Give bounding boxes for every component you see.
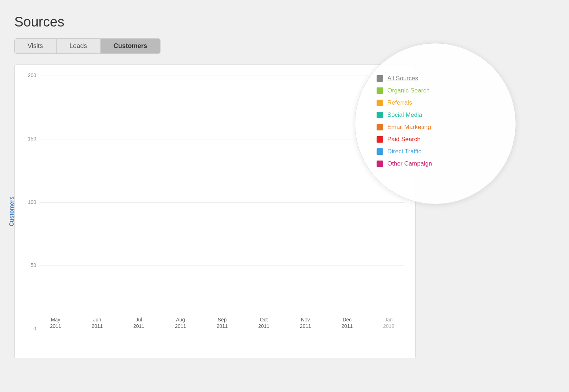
page-title: Sources — [14, 14, 555, 30]
legend-item-organic[interactable]: Organic Search — [377, 87, 494, 94]
legend-swatch-paid — [377, 136, 383, 143]
legend-item-referrals[interactable]: Referrals — [377, 99, 494, 106]
bar-label-oct: Oct2011 — [258, 316, 269, 329]
legend-circle: All Sources Organic Search Referrals Soc… — [355, 43, 516, 204]
legend-swatch-organic — [377, 87, 383, 94]
legend-item-other[interactable]: Other Campaign — [377, 160, 494, 167]
legend-swatch-other — [377, 161, 383, 167]
legend-label-organic: Organic Search — [387, 87, 430, 94]
y-label-50: 50 — [20, 262, 36, 268]
bar-label-aug: Aug2011 — [175, 316, 186, 329]
legend-swatch-referrals — [377, 100, 383, 106]
tab-visits[interactable]: Visits — [14, 38, 56, 54]
bar-group-jan: Jan2012 — [373, 313, 405, 329]
bar-group-dec: Dec2011 — [331, 313, 363, 329]
bar-label-may: May2011 — [50, 316, 61, 329]
y-label-100: 100 — [20, 199, 36, 205]
chart-area: Customers 200 150 100 50 0 — [14, 64, 416, 358]
tab-leads[interactable]: Leads — [56, 38, 100, 54]
bar-group-jun: Jun2011 — [81, 313, 113, 329]
bar-label-sep: Sep2011 — [216, 316, 228, 329]
legend-item-direct[interactable]: Direct Traffic — [377, 148, 494, 155]
bar-group-oct: Oct2011 — [248, 313, 279, 329]
bar-label-nov: Nov2011 — [300, 316, 311, 329]
y-axis-label: Customers — [9, 196, 15, 226]
bar-group-aug: Aug2011 — [165, 313, 196, 329]
legend-label-social: Social Media — [387, 111, 422, 119]
legend-label-all: All Sources — [387, 75, 418, 82]
legend-swatch-all — [377, 75, 383, 82]
legend-label-other: Other Campaign — [387, 160, 432, 167]
legend-label-email: Email Marketing — [387, 124, 431, 131]
legend-item-email[interactable]: Email Marketing — [377, 124, 494, 131]
tab-bar: Visits Leads Customers — [14, 38, 555, 54]
bar-label-dec: Dec2011 — [341, 316, 353, 329]
y-label-0: 0 — [20, 326, 36, 331]
legend-swatch-direct — [377, 148, 383, 155]
y-label-150: 150 — [20, 136, 36, 142]
page-container: Sources Visits Leads Customers Customers… — [0, 0, 569, 392]
legend-item-social[interactable]: Social Media — [377, 111, 494, 119]
legend-item-paid[interactable]: Paid Search — [377, 136, 494, 143]
bar-group-jul: Jul2011 — [123, 313, 154, 329]
legend-item-all[interactable]: All Sources — [377, 75, 494, 82]
tab-customers[interactable]: Customers — [100, 38, 161, 54]
bar-group-may: May2011 — [40, 313, 71, 329]
legend-swatch-email — [377, 124, 383, 130]
legend-swatch-social — [377, 112, 383, 118]
bars-container: May2011 Jun2011 — [40, 76, 405, 329]
legend-label-paid: Paid Search — [387, 136, 421, 143]
y-label-200: 200 — [20, 72, 36, 78]
bar-group-sep: Sep2011 — [206, 313, 238, 329]
legend-label-direct: Direct Traffic — [387, 148, 421, 155]
bar-label-jun: Jun2011 — [92, 316, 103, 329]
legend-label-referrals: Referrals — [387, 99, 412, 106]
bar-label-jan: Jan2012 — [383, 316, 394, 329]
bar-label-jul: Jul2011 — [133, 316, 144, 329]
bar-group-nov: Nov2011 — [290, 313, 321, 329]
